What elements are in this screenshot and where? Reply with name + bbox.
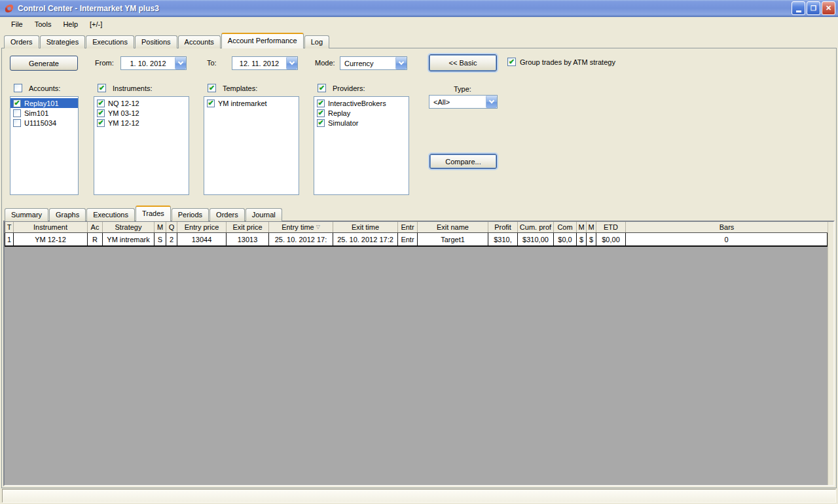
list-item[interactable]: YM 03-12 bbox=[94, 108, 189, 118]
tab-executions[interactable]: Executions bbox=[86, 35, 134, 48]
column-header[interactable]: Exit name bbox=[418, 222, 488, 232]
close-button[interactable]: ✕ bbox=[822, 1, 835, 15]
tab-account-performance[interactable]: Account Performance bbox=[221, 33, 304, 48]
column-header[interactable]: Q bbox=[166, 222, 177, 232]
subtab-orders[interactable]: Orders bbox=[210, 208, 245, 221]
templates-listbox[interactable]: YM intremarket bbox=[204, 96, 299, 195]
tab-log[interactable]: Log bbox=[304, 35, 329, 48]
subtab-journal[interactable]: Journal bbox=[246, 208, 282, 221]
restore-button[interactable]: ❐ bbox=[807, 1, 820, 15]
tab-accounts[interactable]: Accounts bbox=[178, 35, 221, 48]
column-header[interactable]: Entr bbox=[398, 222, 418, 232]
item-checkbox[interactable] bbox=[97, 109, 105, 117]
column-header[interactable]: Profit bbox=[488, 222, 518, 232]
main-tab-strip: Orders Strategies Executions Positions A… bbox=[0, 31, 838, 48]
column-header[interactable]: M bbox=[587, 222, 596, 232]
subtab-periods[interactable]: Periods bbox=[172, 208, 209, 221]
subtab-executions[interactable]: Executions bbox=[86, 208, 135, 221]
item-checkbox[interactable] bbox=[97, 119, 105, 127]
instruments-filter-header[interactable]: Instruments: bbox=[98, 84, 153, 92]
mode-dropdown-button[interactable] bbox=[395, 57, 407, 69]
accounts-listbox[interactable]: Replay101 Sim101 U1115034 bbox=[10, 96, 79, 195]
ninjatrader-logo-icon bbox=[3, 3, 15, 14]
menu-help[interactable]: Help bbox=[57, 18, 84, 30]
item-checkbox[interactable] bbox=[317, 109, 325, 117]
list-item[interactable]: U1115034 bbox=[10, 118, 78, 128]
tab-positions[interactable]: Positions bbox=[135, 35, 177, 48]
column-header[interactable]: ETD bbox=[596, 222, 626, 232]
list-item[interactable]: YM intremarket bbox=[204, 98, 299, 108]
list-item[interactable]: Simulator bbox=[314, 118, 409, 128]
table-row[interactable]: 1 YM 12-12 R YM intremark S 2 13044 1301… bbox=[5, 233, 828, 247]
list-item[interactable]: NQ 12-12 bbox=[94, 98, 189, 108]
to-label: To: bbox=[207, 59, 217, 67]
mode-combobox[interactable]: Currency bbox=[340, 56, 407, 70]
column-header[interactable]: Strategy bbox=[103, 222, 155, 232]
from-date-dropdown-button[interactable] bbox=[175, 57, 186, 69]
list-item[interactable]: Sim101 bbox=[10, 108, 78, 118]
item-checkbox[interactable] bbox=[317, 99, 325, 107]
menu-file[interactable]: File bbox=[5, 18, 29, 30]
column-header[interactable]: Bars bbox=[626, 222, 828, 232]
column-header[interactable]: Ac bbox=[88, 222, 103, 232]
item-checkbox[interactable] bbox=[13, 109, 21, 117]
group-trades-checkbox-row[interactable]: Group trades by ATM strategy bbox=[507, 58, 615, 66]
group-trades-checkbox[interactable] bbox=[507, 58, 516, 66]
subtab-graphs[interactable]: Graphs bbox=[49, 208, 86, 221]
providers-checkbox[interactable] bbox=[318, 84, 326, 92]
column-header[interactable]: M bbox=[577, 222, 587, 232]
compare-button[interactable]: Compare... bbox=[429, 154, 497, 169]
type-value: <All> bbox=[429, 98, 486, 106]
list-item[interactable]: Replay bbox=[314, 108, 409, 118]
to-date-value: 12. 11. 2012 bbox=[232, 60, 286, 67]
basic-toggle-button[interactable]: << Basic bbox=[429, 54, 497, 71]
accounts-filter-header[interactable]: Accounts: bbox=[14, 84, 60, 92]
type-combobox[interactable]: <All> bbox=[429, 95, 498, 109]
item-checkbox[interactable] bbox=[13, 99, 21, 107]
menu-plus-minus[interactable]: [+/-] bbox=[84, 18, 108, 30]
status-bar bbox=[2, 489, 836, 503]
item-checkbox[interactable] bbox=[317, 119, 325, 127]
menu-tools[interactable]: Tools bbox=[29, 18, 58, 30]
generate-button[interactable]: Generate bbox=[10, 56, 78, 71]
column-header[interactable]: Com bbox=[554, 222, 577, 232]
accounts-checkbox[interactable] bbox=[14, 84, 22, 92]
column-header[interactable]: Entry price bbox=[177, 222, 227, 232]
templates-checkbox[interactable] bbox=[208, 84, 216, 92]
item-checkbox[interactable] bbox=[207, 99, 215, 107]
type-dropdown-button[interactable] bbox=[486, 96, 497, 108]
templates-filter-header[interactable]: Templates: bbox=[208, 84, 257, 92]
to-date-combobox[interactable]: 12. 11. 2012 bbox=[232, 56, 298, 70]
item-checkbox[interactable] bbox=[97, 99, 105, 107]
column-header[interactable]: Exit price bbox=[227, 222, 269, 232]
table-cell: Target1 bbox=[418, 233, 488, 245]
providers-listbox[interactable]: InteractiveBrokers Replay Simulator bbox=[314, 96, 409, 195]
subtab-trades[interactable]: Trades bbox=[136, 206, 171, 221]
instruments-checkbox[interactable] bbox=[98, 84, 106, 92]
tab-orders[interactable]: Orders bbox=[4, 35, 39, 48]
list-item[interactable]: InteractiveBrokers bbox=[314, 98, 409, 108]
sort-descending-icon: ▽ bbox=[316, 225, 320, 230]
instruments-listbox[interactable]: NQ 12-12 YM 03-12 YM 12-12 bbox=[94, 96, 189, 195]
item-checkbox[interactable] bbox=[13, 119, 21, 127]
column-header-sorted[interactable]: Entry time▽ bbox=[269, 222, 333, 232]
column-header[interactable]: Instrument bbox=[14, 222, 88, 232]
to-date-dropdown-button[interactable] bbox=[286, 57, 297, 69]
column-header[interactable]: T bbox=[5, 222, 14, 232]
from-date-combobox[interactable]: 1. 10. 2012 bbox=[120, 56, 187, 70]
minimize-button[interactable] bbox=[792, 1, 805, 15]
providers-filter-header[interactable]: Providers: bbox=[318, 84, 365, 92]
column-header[interactable]: Cum. prof bbox=[518, 222, 554, 232]
list-item[interactable]: YM 12-12 bbox=[94, 118, 189, 128]
from-label: From: bbox=[95, 59, 114, 67]
table-cell: 13044 bbox=[177, 233, 227, 245]
subtab-summary[interactable]: Summary bbox=[5, 208, 48, 221]
column-header[interactable]: Exit time bbox=[333, 222, 398, 232]
vertical-scrollbar-track[interactable] bbox=[828, 222, 833, 485]
list-item[interactable]: Replay101 bbox=[10, 98, 78, 108]
title-bar[interactable]: Control Center - Intermarket YM plus3 ❐ … bbox=[0, 0, 838, 17]
group-trades-label: Group trades by ATM strategy bbox=[520, 58, 615, 66]
item-label: NQ 12-12 bbox=[108, 99, 139, 107]
column-header[interactable]: M bbox=[155, 222, 166, 232]
tab-strategies[interactable]: Strategies bbox=[40, 35, 86, 48]
